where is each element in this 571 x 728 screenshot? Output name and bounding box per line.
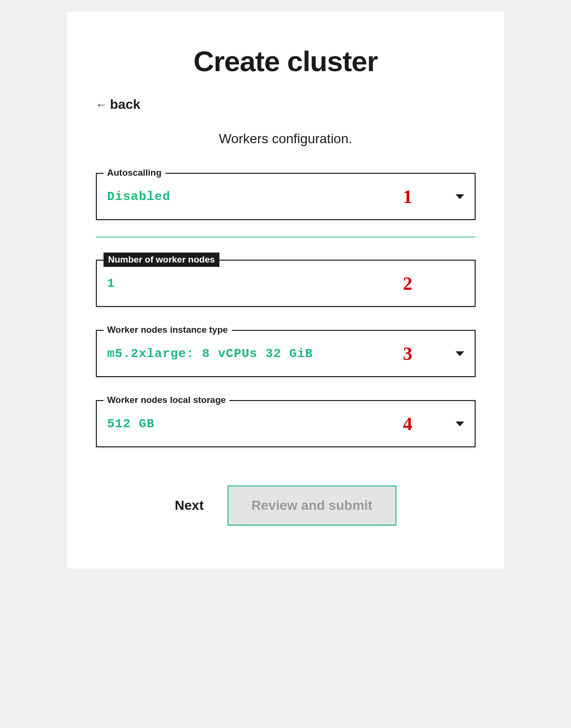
back-button[interactable]: ← back — [96, 97, 141, 112]
chevron-down-icon — [456, 422, 464, 426]
instance-type-value: m5.2xlarge: 8 vCPUs 32 GiB — [107, 347, 313, 361]
annotation-marker: 2 — [403, 272, 413, 295]
local-storage-select[interactable]: Worker nodes local storage 512 GB 4 — [96, 400, 476, 447]
next-label: Next — [175, 498, 204, 513]
autoscaling-select[interactable]: Autoscalling Disabled 1 — [96, 173, 476, 220]
review-submit-button[interactable]: Review and submit — [228, 485, 396, 526]
chevron-down-icon — [456, 194, 464, 199]
create-cluster-card: Create cluster ← back Workers configurat… — [67, 11, 504, 569]
footer: Next Review and submit — [96, 485, 476, 526]
instance-type-select[interactable]: Worker nodes instance type m5.2xlarge: 8… — [96, 330, 476, 377]
chevron-down-icon — [456, 351, 464, 356]
subtitle: Workers configuration. — [96, 131, 476, 147]
page-title: Create cluster — [96, 45, 476, 78]
annotation-marker: 1 — [403, 185, 413, 208]
instance-type-label: Worker nodes instance type — [104, 325, 232, 335]
annotation-marker: 4 — [403, 412, 413, 435]
back-arrow-icon: ← — [96, 98, 107, 111]
autoscaling-value: Disabled — [107, 190, 171, 204]
local-storage-value: 512 GB — [107, 417, 155, 431]
worker-count-input[interactable]: Number of worker nodes 1 2 — [96, 260, 476, 307]
back-label: back — [110, 97, 141, 112]
worker-count-label: Number of worker nodes — [104, 253, 220, 267]
local-storage-label: Worker nodes local storage — [104, 395, 230, 405]
autoscaling-label: Autoscalling — [104, 168, 166, 178]
worker-count-value: 1 — [107, 276, 115, 291]
divider — [96, 236, 476, 238]
annotation-marker: 3 — [403, 342, 413, 365]
